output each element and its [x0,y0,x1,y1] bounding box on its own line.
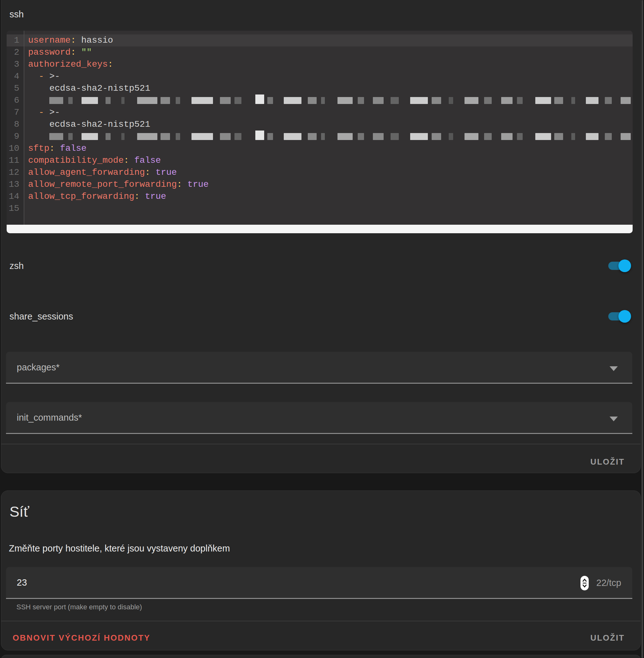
zsh-toggle[interactable] [608,259,631,272]
code-line: 4 - >- [7,70,632,83]
code-line: 5 ecdsa-sha2-nistp521 [7,83,632,94]
redacted-block [535,97,551,104]
editor-horizontal-scrollbar[interactable] [7,225,632,233]
redacted-block [267,133,273,140]
redacted-block [621,97,631,104]
redacted-block [161,133,170,140]
redacted-block [176,97,180,104]
redacted-block [358,133,364,140]
code-line: 15 [7,203,632,214]
redacted-block [391,97,399,104]
redacted-block [255,94,264,104]
save-button[interactable]: ULOŽIT [589,457,627,467]
redacted-block [321,133,325,140]
code-text [24,203,632,214]
redacted-block [517,133,523,140]
redacted-block [449,133,453,140]
code-token: allow_tcp_forwarding [28,191,134,201]
line-number: 10 [7,142,24,155]
port-hint-text: SSH server port (make empty to disable) [17,603,142,611]
code-token: "" [76,47,92,57]
redacted-block [121,133,124,140]
redacted-block [220,133,231,140]
redacted-block [284,133,301,140]
redacted-block [373,133,384,140]
line-number: 5 [7,83,24,94]
code-line: 14allow_tcp_forwarding: true [7,190,632,203]
redacted-block [49,97,63,104]
code-token: - [39,108,44,117]
line-number: 14 [7,190,24,203]
code-text: allow_tcp_forwarding: true [24,190,632,203]
code-line: 7 - >- [7,107,632,118]
packages-select[interactable]: packages* [6,352,632,384]
line-number: 4 [7,70,24,83]
code-line: 12allow_agent_forwarding: true [7,166,632,179]
network-card-footer: OBNOVIT VÝCHOZÍ HODNOTY ULOŽIT [11,625,627,651]
redacted-block [176,133,180,140]
line-number: 11 [7,155,24,166]
redacted-block [68,133,73,140]
line-number: 12 [7,166,24,179]
network-title: Síť [9,503,29,520]
redacted-block [586,133,598,140]
redacted-block [137,97,157,104]
select-label: init_commands* [6,412,82,423]
code-token: true [150,167,177,177]
toggle-row-zsh: zsh [9,253,631,278]
code-token: true [182,180,209,189]
share-sessions-toggle[interactable] [608,310,631,323]
code-text: password: "" [24,46,632,59]
redacted-block [449,97,453,104]
redacted-block [432,133,441,140]
code-area[interactable]: 1username: hassio2password: ""3authorize… [7,31,632,225]
code-line: 3authorized_keys: [7,59,632,70]
code-token: : [134,191,140,201]
code-token: allow_agent_forwarding [28,167,145,177]
code-token: username [28,36,70,45]
redacted-block [49,133,63,140]
code-token: allow_remote_port_forwarding [28,180,177,189]
select-label: packages* [6,362,60,372]
redacted-block [106,133,111,140]
redacted-key-line [24,131,632,142]
code-line: 1username: hassio [7,35,632,46]
redacted-block [82,133,98,140]
redacted-block [571,133,575,140]
container-port-label: 22/tcp [596,578,621,588]
code-token [28,108,39,117]
code-line: 2password: "" [7,46,632,59]
line-number: 9 [7,131,24,142]
redacted-block [464,133,478,140]
redacted-block [621,133,631,140]
redacted-block [391,133,399,140]
code-token: - [39,71,44,81]
code-token: : [70,47,76,57]
toggle-label: share_sessions [9,311,73,322]
yaml-config-editor[interactable]: 1username: hassio2password: ""3authorize… [7,31,632,233]
port-input[interactable] [6,577,555,588]
code-text: allow_agent_forwarding: true [24,166,632,179]
code-token: true [140,191,166,201]
redacted-block [267,97,273,104]
redacted-block [484,97,492,104]
redacted-block [484,133,492,140]
save-button[interactable]: ULOŽIT [589,633,627,643]
code-line: 9 [7,131,632,142]
redacted-block [554,133,563,140]
page-scrollbar[interactable] [642,0,643,658]
code-text: ecdsa-sha2-nistp521 [24,83,632,94]
redacted-block [338,97,353,104]
redacted-block [106,97,111,104]
init-commands-select[interactable]: init_commands* [6,402,632,434]
reset-defaults-button[interactable]: OBNOVIT VÝCHOZÍ HODNOTY [11,633,152,643]
number-stepper-icon[interactable] [580,576,589,590]
code-token: : [123,156,129,165]
code-token: false [129,156,161,165]
code-text: - >- [24,107,632,118]
redacted-block [191,133,213,140]
redacted-block [586,97,598,104]
network-description: Změňte porty hostitele, které jsou vysta… [9,543,230,554]
code-text: compatibility_mode: false [24,155,632,166]
redacted-block [501,97,512,104]
